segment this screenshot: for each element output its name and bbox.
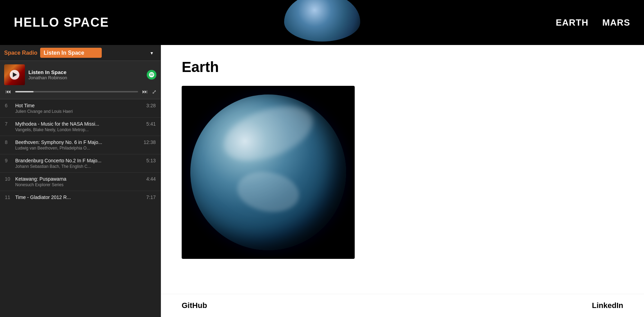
- track-name: Brandenburg Concerto No.2 In F Majo...: [15, 158, 143, 163]
- track-artist: Vangelis, Blake Neely, London Metrop...: [15, 127, 143, 132]
- player: Listen In Space Jonathan Robinson ⏮ ⏭ ⤢: [0, 61, 161, 99]
- content-area: Earth GitHub LinkedIn: [161, 45, 644, 317]
- playlist-select-wrapper: Listen In Space Deep Space Radio Mars So…: [40, 48, 156, 58]
- track-details: Time - Gladiator 2012 R...: [15, 194, 143, 200]
- track-duration: 7:17: [146, 194, 156, 200]
- track-duration: 3:28: [146, 103, 156, 108]
- main-layout: Space Radio Listen In Space Deep Space R…: [0, 45, 644, 317]
- track-list: 6 Hot Time Julien Civange and Louis Haer…: [0, 99, 161, 317]
- track-name: Hot Time: [15, 103, 143, 108]
- track-details: Ketawang: Puspawarna Nonesuch Explorer S…: [15, 176, 143, 187]
- list-item[interactable]: 8 Beethoven: Symphony No. 6 in F Majo...…: [0, 136, 161, 154]
- earth-image-container: [182, 86, 355, 259]
- track-details: Hot Time Julien Civange and Louis Haeri: [15, 103, 143, 114]
- list-item[interactable]: 9 Brandenburg Concerto No.2 In F Majo...…: [0, 154, 161, 173]
- track-name: Mythodea - Music for the NASA Missi...: [15, 121, 143, 127]
- earth-globe-image: [190, 94, 346, 250]
- linkedin-link[interactable]: LinkedIn: [592, 301, 623, 310]
- chevron-down-icon: ▾: [151, 50, 153, 56]
- player-track-title: Listen In Space: [28, 69, 143, 75]
- player-track-artist: Jonathan Robinson: [28, 75, 143, 80]
- track-name: Beethoven: Symphony No. 6 in F Majo...: [15, 139, 140, 145]
- track-details: Brandenburg Concerto No.2 In F Majo... J…: [15, 158, 143, 169]
- content-main: Earth: [161, 45, 644, 294]
- space-radio-bar: Space Radio Listen In Space Deep Space R…: [0, 45, 161, 61]
- list-item[interactable]: 10 Ketawang: Puspawarna Nonesuch Explore…: [0, 173, 161, 191]
- track-artist: Nonesuch Explorer Series: [15, 182, 143, 187]
- playlist-select[interactable]: Listen In Space Deep Space Radio Mars So…: [40, 48, 102, 58]
- track-number: 11: [5, 194, 12, 200]
- track-details: Beethoven: Symphony No. 6 in F Majo... L…: [15, 139, 140, 151]
- play-icon: [13, 72, 17, 77]
- github-link[interactable]: GitHub: [182, 301, 207, 310]
- header: HELLO SPACE EARTH MARS: [0, 0, 644, 45]
- track-artist: Ludwig van Beethoven, Philadelphia O...: [15, 146, 140, 151]
- progress-bar[interactable]: [15, 91, 138, 92]
- content-footer: GitHub LinkedIn: [161, 294, 644, 317]
- site-logo: HELLO SPACE: [14, 15, 109, 30]
- track-duration: 5:13: [146, 158, 156, 163]
- track-duration: 12:38: [144, 139, 156, 145]
- space-radio-label: Space Radio: [4, 50, 37, 56]
- track-number: 10: [5, 176, 12, 182]
- track-name: Ketawang: Puspawarna: [15, 176, 143, 182]
- track-name: Time - Gladiator 2012 R...: [15, 194, 143, 200]
- page-title: Earth: [182, 59, 623, 75]
- spotify-icon[interactable]: [147, 70, 156, 80]
- sidebar: Space Radio Listen In Space Deep Space R…: [0, 45, 161, 317]
- header-earth-image: [284, 0, 360, 42]
- nav-earth-link[interactable]: EARTH: [556, 17, 589, 28]
- list-item[interactable]: 6 Hot Time Julien Civange and Louis Haer…: [0, 99, 161, 118]
- list-item[interactable]: 11 Time - Gladiator 2012 R... 7:17: [0, 191, 161, 203]
- track-artist: Julien Civange and Louis Haeri: [15, 109, 143, 114]
- track-duration: 4:44: [146, 176, 156, 182]
- track-number: 6: [5, 103, 12, 108]
- player-top: Listen In Space Jonathan Robinson: [4, 64, 156, 85]
- player-controls: ⏮ ⏭ ⤢: [4, 88, 156, 96]
- share-button[interactable]: ⤢: [152, 89, 156, 95]
- track-artist: Johann Sebastian Bach, The English C...: [15, 164, 143, 169]
- progress-fill: [15, 91, 34, 92]
- track-duration: 5:41: [146, 121, 156, 127]
- track-details: Mythodea - Music for the NASA Missi... V…: [15, 121, 143, 132]
- player-thumbnail: [4, 64, 25, 85]
- track-number: 7: [5, 121, 12, 127]
- list-item[interactable]: 7 Mythodea - Music for the NASA Missi...…: [0, 118, 161, 136]
- track-number: 8: [5, 139, 12, 145]
- track-number: 9: [5, 158, 12, 163]
- next-button[interactable]: ⏭: [141, 88, 149, 96]
- player-info: Listen In Space Jonathan Robinson: [28, 69, 143, 80]
- play-button[interactable]: [10, 70, 19, 80]
- previous-button[interactable]: ⏮: [4, 88, 12, 96]
- nav-mars-link[interactable]: MARS: [602, 17, 630, 28]
- header-nav: EARTH MARS: [556, 17, 630, 28]
